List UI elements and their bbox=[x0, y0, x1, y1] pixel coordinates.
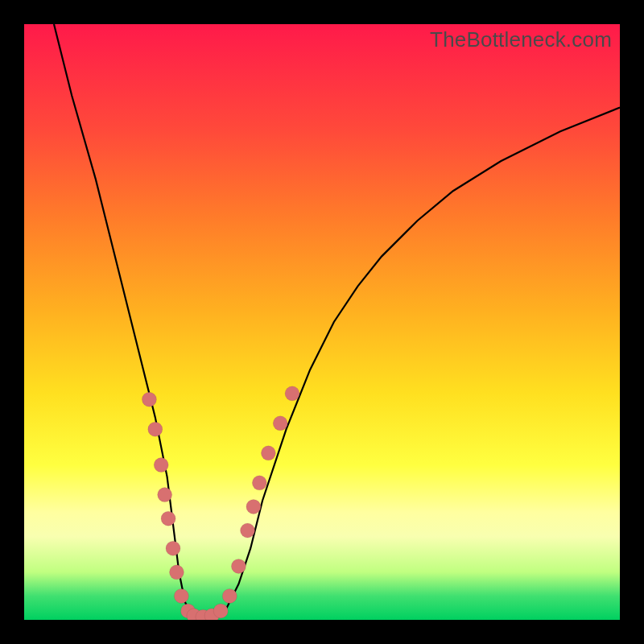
marker-point bbox=[161, 511, 175, 526]
marker-point bbox=[166, 541, 180, 555]
marker-point bbox=[273, 416, 287, 431]
chart-frame: TheBottleneck.com bbox=[24, 24, 620, 620]
marker-point bbox=[174, 588, 188, 603]
bottleneck-chart bbox=[24, 24, 620, 620]
marker-point bbox=[213, 604, 228, 618]
marker-point bbox=[231, 559, 246, 573]
marker-point bbox=[154, 458, 168, 473]
marker-point bbox=[148, 422, 163, 436]
watermark-text: TheBottleneck.com bbox=[430, 27, 612, 52]
marker-point bbox=[158, 488, 172, 502]
marker-point bbox=[252, 476, 266, 490]
bottleneck-curve bbox=[54, 24, 620, 620]
marker-point bbox=[169, 565, 184, 580]
marker-point bbox=[285, 386, 299, 401]
marker-point bbox=[142, 392, 156, 407]
marker-point bbox=[246, 499, 261, 514]
marker-point bbox=[241, 523, 255, 538]
marker-point bbox=[222, 588, 237, 603]
marker-group bbox=[142, 386, 299, 620]
marker-point bbox=[261, 446, 275, 460]
